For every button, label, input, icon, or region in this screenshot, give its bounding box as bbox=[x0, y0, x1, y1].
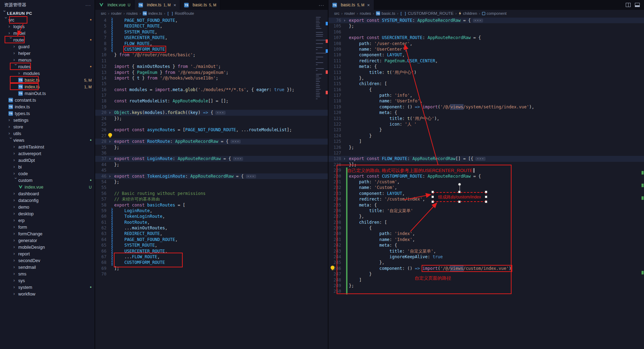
code-line-109[interactable]: 109 name: 'UserCenter', bbox=[328, 46, 644, 52]
folded-ellipsis-icon[interactable]: ··· bbox=[233, 157, 243, 161]
code-line-44[interactable]: 44}; bbox=[95, 162, 328, 167]
code-line-12[interactable]: 12import { mainOutRoutes } from './mainO… bbox=[95, 64, 328, 69]
breadcrumb-item-RootRoute[interactable]: [ ]RootRoute bbox=[167, 11, 194, 15]
code-line-14[interactable]: 14import { t } from '/@/hooks/web/useI18… bbox=[95, 75, 328, 81]
code-text[interactable]: SYSTEM_ROUTE, bbox=[114, 242, 157, 248]
tree-item-sms[interactable]: ›sms bbox=[0, 271, 95, 277]
code-line-56[interactable]: 56// Basic routing without permissions bbox=[95, 191, 328, 196]
folded-ellipsis-icon[interactable]: ··· bbox=[230, 140, 241, 144]
folded-ellipsis-icon[interactable]: ··· bbox=[215, 111, 226, 115]
tree-item-index.vue[interactable]: index.vueU bbox=[0, 184, 95, 190]
code-text[interactable]: path: '/user-center', bbox=[349, 41, 412, 46]
code-text[interactable]: name: 'Custom', bbox=[349, 185, 397, 190]
code-line-128[interactable]: 128›export const FLOW_ROUTE: AppRouteRec… bbox=[328, 156, 644, 161]
code-line-119[interactable]: 119 component: () => import('/@/views/sy… bbox=[328, 104, 644, 110]
code-line-59[interactable]: 59 LoginRoute, bbox=[95, 208, 328, 214]
code-text[interactable]: title: t('用户中心') bbox=[349, 70, 417, 75]
code-line-10[interactable]: 10} from '/@/router/routes/basic'; bbox=[95, 52, 328, 58]
selection-handle[interactable] bbox=[431, 201, 434, 203]
close-icon[interactable]: × bbox=[367, 2, 370, 8]
code-line-243[interactable]: 243 title: '自定义菜单', bbox=[328, 248, 644, 254]
code-line-232[interactable]: 232 name: 'Custom', bbox=[328, 185, 644, 190]
code-text[interactable]: export const asyncRoutes = [PAGE_NOT_FOU… bbox=[114, 127, 292, 133]
code-line-5[interactable]: 5 REDIRECT_ROUTE, bbox=[95, 23, 328, 29]
code-text[interactable]: CUSTOMFORM_ROUTE bbox=[114, 46, 165, 52]
code-text[interactable]: // Basic routing without permissions bbox=[114, 191, 206, 196]
code-text[interactable]: } bbox=[349, 127, 382, 133]
code-text[interactable]: title: '自定义菜单' bbox=[349, 208, 413, 214]
code-line-7[interactable]: 7 USERCENTER_ROUTE, bbox=[95, 35, 328, 40]
tree-item-generator[interactable]: ›generator bbox=[0, 237, 95, 244]
code-text[interactable]: component: () => import('/@/views/system… bbox=[349, 104, 534, 110]
code-line-125[interactable]: 125 ] bbox=[328, 139, 644, 144]
code-line-16[interactable]: 16const modules = import.meta.glob('./mo… bbox=[95, 87, 328, 93]
code-text[interactable]: meta: { bbox=[349, 242, 397, 248]
tree-item-activereport[interactable]: ›activereport bbox=[0, 150, 95, 157]
fold-collapsed-icon[interactable]: › bbox=[109, 156, 114, 161]
tree-item-bi[interactable]: ›bi bbox=[0, 164, 95, 170]
code-text[interactable]: PAGE_NOT_FOUND_ROUTE, bbox=[114, 237, 178, 242]
code-line-113[interactable]: 113 title: t('用户中心') bbox=[328, 70, 644, 75]
code-text[interactable]: }, bbox=[349, 214, 364, 219]
close-icon[interactable]: × bbox=[174, 2, 176, 8]
tab-index.ts[interactable]: TSindex.ts1, M× bbox=[135, 0, 180, 10]
code-line-26[interactable]: 26export const asyncRoutes = [PAGE_NOT_F… bbox=[95, 127, 328, 133]
code-text[interactable]: ] bbox=[349, 277, 362, 283]
code-line-245[interactable]: 245 }, bbox=[328, 260, 644, 265]
code-line-17[interactable]: 17 bbox=[95, 93, 328, 98]
rotation-handle[interactable] bbox=[458, 183, 461, 186]
tab-index.vue[interactable]: index.vueU bbox=[95, 0, 135, 10]
code-text[interactable]: LoginRoute, bbox=[114, 208, 152, 214]
code-line-237[interactable]: 237 }, bbox=[328, 214, 644, 219]
code-line-248[interactable]: 248 ] bbox=[328, 277, 644, 283]
breadcrumb-item-index.ts[interactable]: TSindex.ts bbox=[143, 11, 162, 15]
folded-ellipsis-icon[interactable]: ··· bbox=[246, 174, 256, 178]
code-line-35[interactable]: 35}; bbox=[95, 145, 328, 150]
code-line-18[interactable]: 18const routeModuleList: AppRouteModule[… bbox=[95, 98, 328, 104]
code-line-8[interactable]: 8 FLOW_ROUTE, bbox=[95, 41, 328, 46]
code-line-11[interactable]: 11 bbox=[95, 58, 328, 64]
code-line-107[interactable]: 107export const USERCENTER_ROUTE: AppRou… bbox=[328, 35, 644, 40]
code-editor-basic-ts[interactable]: 76›export const SYSTEM_ROUTE: AppRouteRe… bbox=[328, 17, 644, 294]
breadcrumb-item-router[interactable]: router bbox=[111, 11, 122, 15]
folded-ellipsis-icon[interactable]: ··· bbox=[473, 19, 483, 23]
code-text[interactable]: ]; bbox=[114, 266, 119, 271]
code-line-126[interactable]: 126}; bbox=[328, 145, 644, 150]
breadcrumb-item-src[interactable]: src bbox=[334, 11, 339, 15]
tab-basic.ts[interactable]: TSbasic.ts5, M× bbox=[328, 0, 374, 10]
code-text[interactable]: REDIRECT_ROUTE, bbox=[114, 23, 162, 29]
code-line-67[interactable]: 67 ...FLOW_ROUTE, bbox=[95, 254, 328, 260]
code-text[interactable]: export const basicRoutes = [ bbox=[114, 202, 185, 208]
code-line-4[interactable]: 4 PAGE_NOT_FOUND_ROUTE, bbox=[95, 18, 328, 23]
code-text[interactable]: export const TokenLoginRoute: AppRouteRe… bbox=[114, 173, 256, 179]
code-line-108[interactable]: 108 path: '/user-center', bbox=[328, 41, 644, 46]
code-text[interactable]: }, bbox=[349, 260, 384, 265]
code-line-230[interactable]: 230export const CUSTOMFORM_ROUTE: AppRou… bbox=[328, 173, 644, 179]
split-editor-icon[interactable] bbox=[626, 3, 631, 7]
tree-item-logics[interactable]: ›logics bbox=[0, 23, 95, 30]
tree-item-types.ts[interactable]: TStypes.ts bbox=[0, 110, 95, 117]
breadcrumb-item-component[interactable]: component bbox=[482, 11, 507, 15]
code-line-54[interactable]: 54}; bbox=[95, 179, 328, 185]
tree-item-report[interactable]: ›report bbox=[0, 250, 95, 257]
code-text[interactable]: } bbox=[349, 133, 372, 139]
code-text[interactable]: }; bbox=[349, 145, 354, 150]
code-text[interactable]: ...mainOutRoutes, bbox=[114, 225, 168, 231]
code-text[interactable]: }, bbox=[349, 75, 364, 81]
code-line-114[interactable]: 114 }, bbox=[328, 75, 644, 81]
breadcrumb-item-CUSTOMFORM_ROUTE[interactable]: [ ]CUSTOMFORM_ROUTE bbox=[400, 11, 454, 15]
selection-handle[interactable] bbox=[485, 196, 487, 198]
code-text[interactable]: import { mainOutRoutes } from './mainOut… bbox=[114, 64, 221, 69]
selection-handle[interactable] bbox=[431, 191, 434, 193]
fold-collapsed-icon[interactable]: › bbox=[343, 156, 349, 161]
tree-item-mainOut.ts[interactable]: TSmainOut.ts bbox=[0, 90, 95, 97]
tree-item-utils[interactable]: ›utils bbox=[0, 130, 95, 137]
code-line-118[interactable]: 118 name: 'UserInfo', bbox=[328, 98, 644, 104]
tree-item-constant.ts[interactable]: TSconstant.ts bbox=[0, 97, 95, 103]
tree-item-src[interactable]: ›src● bbox=[0, 17, 95, 23]
code-text[interactable]: CUSTOMFORM_ROUTE bbox=[114, 260, 165, 265]
code-text[interactable]: children: [ bbox=[349, 220, 387, 225]
breadcrumb-item-children[interactable]: children bbox=[458, 11, 477, 15]
code-line-70[interactable]: 70 bbox=[95, 271, 328, 277]
code-editor-index-ts[interactable]: 4 PAGE_NOT_FOUND_ROUTE,5 REDIRECT_ROUTE,… bbox=[95, 17, 328, 277]
